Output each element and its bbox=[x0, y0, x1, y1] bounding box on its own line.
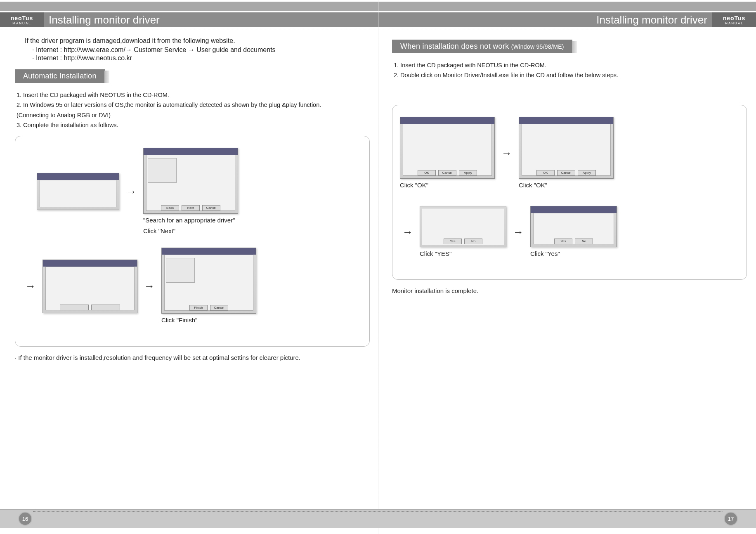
step-2b: (Connecting to Analog RGB or DVI) bbox=[17, 111, 370, 120]
brand-bot: MANUAL bbox=[12, 21, 31, 25]
brand-top: neoTus bbox=[11, 15, 33, 21]
screenshot-new-hardware bbox=[37, 173, 119, 210]
screenshot-display-props-1: OK Cancel Apply bbox=[400, 117, 495, 179]
cancel-button-r2: Cancel bbox=[557, 170, 575, 176]
ok-button-2: OK bbox=[536, 170, 555, 176]
page-title-right: Installing monitor driver bbox=[591, 14, 712, 26]
bullet-2: · Internet : http://www.neotus.co.kr bbox=[32, 54, 370, 62]
brand-top-r: neoTus bbox=[723, 15, 746, 21]
arrow-icon-r3: → bbox=[510, 226, 526, 239]
arrow-icon-r1: → bbox=[499, 147, 515, 160]
screenshot-wizard-search: Back Next Cancel bbox=[143, 148, 238, 214]
left-panel: → Back Next Cancel "Search for an approp… bbox=[15, 136, 370, 347]
blank-button bbox=[60, 305, 89, 310]
step-3: 3. Complete the installation as follows. bbox=[17, 121, 370, 130]
footer bbox=[0, 509, 756, 528]
col-disp-2: OK Cancel Apply Click "OK" bbox=[519, 117, 614, 189]
col-wizard-1: Back Next Cancel "Search for an appropri… bbox=[143, 148, 238, 236]
brand-bot-r: MANUAL bbox=[725, 21, 743, 25]
cap-yes-2: Click "Yes" bbox=[530, 250, 560, 258]
footer-dots bbox=[33, 511, 723, 512]
screenshot-wizard-finish: Finish Cancel bbox=[161, 248, 256, 314]
caption-1a: "Search for an appropriate driver" bbox=[143, 216, 235, 224]
next-button: Next bbox=[182, 205, 200, 211]
cap-yes-1: Click "YES" bbox=[420, 250, 451, 258]
caption-2: Click "Finish" bbox=[161, 316, 197, 324]
section-heading-r: When installation does not work (Window … bbox=[392, 40, 572, 53]
bullet-1: · Internet : http://www.erae.com/→ Custo… bbox=[32, 46, 370, 54]
cap-ok-1: Click "OK" bbox=[400, 181, 428, 189]
right-panel: OK Cancel Apply Click "OK" → OK Cancel A… bbox=[392, 105, 747, 280]
brand-logo-right: neoTus MANUAL bbox=[712, 12, 756, 27]
r-step-1: 1. Insert the CD packaged with NEOTUS in… bbox=[394, 61, 747, 70]
page-number-left: 16 bbox=[18, 512, 32, 526]
screenshot-searching bbox=[43, 260, 137, 313]
no-button-2: No bbox=[575, 239, 593, 244]
r-row-1: OK Cancel Apply Click "OK" → OK Cancel A… bbox=[400, 117, 739, 189]
col-disp-1: OK Cancel Apply Click "OK" bbox=[400, 117, 495, 189]
cancel-button-r1: Cancel bbox=[438, 170, 456, 176]
left-page: If the driver program is damaged,downloa… bbox=[15, 33, 370, 361]
step-1: 1. Insert the CD packaged with NEOTUS in… bbox=[17, 90, 370, 99]
section-heading-wrap-r: When installation does not work (Window … bbox=[392, 33, 747, 53]
apply-button-r1: Apply bbox=[459, 170, 477, 176]
section-heading: Automatic Installation bbox=[15, 69, 105, 83]
r-row-2: → Yes No Click "YES" → Yes No bbox=[400, 206, 739, 258]
back-button: Back bbox=[161, 205, 179, 211]
yes-button-2: Yes bbox=[554, 239, 572, 244]
apply-button-r2: Apply bbox=[578, 170, 596, 176]
left-note: · If the monitor driver is installed,res… bbox=[15, 354, 370, 361]
right-steps: 1. Insert the CD packaged with NEOTUS in… bbox=[394, 61, 747, 80]
cancel-button-2: Cancel bbox=[210, 305, 228, 311]
section-stripe-r bbox=[572, 41, 577, 53]
screenshot-display-props-2: OK Cancel Apply bbox=[519, 117, 614, 179]
page-number-right: 17 bbox=[724, 512, 738, 526]
header-left: neoTus MANUAL Installing monitor driver bbox=[0, 12, 165, 27]
blank-button-2 bbox=[91, 305, 120, 310]
header-right: Installing monitor driver neoTus MANUAL bbox=[591, 12, 756, 27]
ok-button-1: OK bbox=[418, 170, 436, 176]
section-heading-wrap: Automatic Installation bbox=[15, 63, 370, 83]
no-button-1: No bbox=[464, 239, 482, 244]
arrow-icon: → bbox=[123, 185, 139, 198]
yes-button-1: Yes bbox=[444, 239, 462, 244]
arrow-icon-3: → bbox=[142, 280, 157, 293]
col-confirm-2: Yes No Click "Yes" bbox=[530, 206, 617, 258]
section-heading-sub: (Window 95/98/ME) bbox=[511, 43, 564, 50]
section-heading-main: When installation does not work bbox=[400, 42, 509, 50]
r-step-2: 2. Double click on Monitor Driver/Instal… bbox=[394, 71, 747, 80]
row-1: → Back Next Cancel "Search for an approp… bbox=[23, 148, 362, 236]
page-spine bbox=[378, 0, 379, 534]
screenshot-confirm-2: Yes No bbox=[530, 206, 617, 247]
finish-button: Finish bbox=[189, 305, 208, 311]
arrow-icon-2: → bbox=[23, 280, 38, 293]
cap-ok-2: Click "OK" bbox=[519, 181, 547, 189]
right-page: When installation does not work (Window … bbox=[392, 33, 747, 294]
intro-text: If the driver program is damaged,downloa… bbox=[25, 37, 370, 45]
page-title-left: Installing monitor driver bbox=[44, 14, 165, 26]
col-confirm-1: Yes No Click "YES" bbox=[420, 206, 506, 258]
right-done: Monitor installation is complete. bbox=[392, 287, 747, 294]
arrow-icon-r2: → bbox=[400, 226, 416, 239]
screenshot-confirm-1: Yes No bbox=[420, 206, 506, 247]
section-stripe bbox=[104, 71, 109, 83]
col-wizard-2: Finish Cancel Click "Finish" bbox=[161, 248, 256, 324]
caption-1b: Click "Next" bbox=[143, 227, 175, 235]
step-2: 2. In Windows 95 or later versions of OS… bbox=[17, 100, 370, 109]
cancel-button: Cancel bbox=[202, 205, 220, 211]
left-steps: 1. Insert the CD packaged with NEOTUS in… bbox=[17, 90, 370, 130]
row-2: → → Finish Cancel Click "Finis bbox=[23, 248, 362, 324]
brand-logo-left: neoTus MANUAL bbox=[0, 12, 44, 27]
